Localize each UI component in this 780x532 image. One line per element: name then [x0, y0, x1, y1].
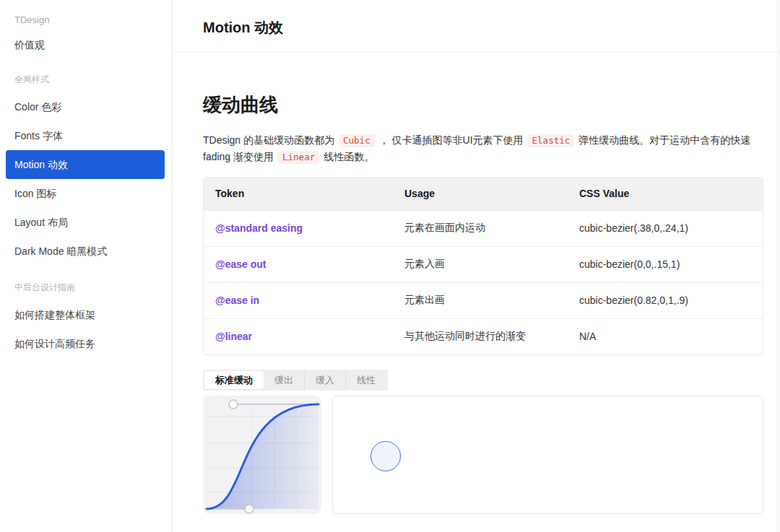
table-row: @linear 与其他运动同时进行的渐变 N/A [204, 318, 763, 354]
css-value-cell: cubic-bezier(0,0,.15,1) [568, 246, 763, 282]
table-row: @ease in 元素出画 cubic-bezier(0.82,0,1,.9) [204, 282, 763, 318]
demo-ball [370, 441, 401, 471]
page-header: Motion 动效 [173, 0, 780, 53]
usage-cell: 元素在画面内运动 [393, 210, 568, 246]
demo-panel [332, 396, 763, 514]
sidebar-group-label-admin-guide: 中后台设计指南 [0, 274, 172, 300]
inline-code-elastic: Elastic [528, 134, 575, 147]
inline-code-linear: Linear [278, 151, 319, 164]
sidebar-item-dark-mode[interactable]: Dark Mode 暗黑模式 [0, 237, 172, 266]
bezier-curve-panel [203, 396, 321, 514]
token-link[interactable]: @standard easing [204, 210, 393, 246]
tab-ease-in[interactable]: 缓入 [304, 371, 345, 389]
bezier-curve-svg [203, 396, 321, 514]
tab-linear[interactable]: 线性 [345, 371, 386, 389]
table-row: @standard easing 元素在画面内运动 cubic-bezier(.… [204, 210, 763, 246]
main-area: Motion 动效 缓动曲线 TDesign 的基础缓动函数都为Cubic， 仅… [173, 0, 780, 532]
sidebar-item-values[interactable]: 价值观 [0, 30, 172, 59]
usage-cell: 与其他运动同时进行的渐变 [393, 318, 568, 354]
sidebar-item-icon[interactable]: Icon 图标 [0, 179, 172, 208]
token-link[interactable]: @linear [204, 318, 393, 354]
curve-handle-end[interactable] [229, 400, 238, 409]
css-value-cell: cubic-bezier(0.82,0,1,.9) [568, 282, 763, 318]
app-window: TDesign 价值观 全局样式 Color 色彩 Fonts 字体 Motio… [0, 0, 780, 532]
usage-cell: 元素出画 [393, 282, 568, 318]
tab-ease-out[interactable]: 缓出 [264, 371, 304, 389]
column-header-usage: Usage [393, 178, 568, 210]
sidebar-item-motion[interactable]: Motion 动效 [6, 150, 165, 179]
css-value-cell: cubic-bezier(.38,0,.24,1) [568, 210, 763, 246]
preview-panels [203, 396, 763, 514]
scrollbar-track-edge [778, 0, 779, 532]
usage-cell: 元素入画 [393, 246, 568, 282]
tab-standard-easing[interactable]: 标准缓动 [204, 371, 264, 389]
column-header-token: Token [204, 178, 393, 210]
column-header-css-value: CSS Value [568, 178, 763, 210]
token-link[interactable]: @ease in [204, 282, 393, 318]
sidebar-item-tasks[interactable]: 如何设计高频任务 [0, 329, 172, 358]
inline-code-cubic: Cubic [339, 134, 375, 147]
easing-tabs: 标准缓动 缓出 缓入 线性 [203, 370, 388, 391]
sidebar-item-layout[interactable]: Layout 布局 [0, 208, 172, 237]
css-value-cell: N/A [568, 318, 763, 354]
sidebar-item-framework[interactable]: 如何搭建整体框架 [0, 300, 172, 329]
sidebar-item-fonts[interactable]: Fonts 字体 [0, 121, 172, 150]
sidebar-item-color[interactable]: Color 色彩 [0, 92, 172, 121]
intro-text: TDesign 的基础缓动函数都为 [203, 134, 334, 146]
sidebar-group-label-global-styles: 全局样式 [0, 66, 172, 92]
easing-table: Token Usage CSS Value @standard easing 元… [203, 177, 763, 355]
section-title: 缓动曲线 [203, 92, 763, 118]
intro-paragraph: TDesign 的基础缓动函数都为Cubic， 仅卡通插图等非UI元素下使用El… [203, 132, 763, 165]
table-row: @ease out 元素入画 cubic-bezier(0,0,.15,1) [204, 246, 763, 282]
brand-label: TDesign [0, 13, 172, 27]
page-content: 缓动曲线 TDesign 的基础缓动函数都为Cubic， 仅卡通插图等非UI元素… [173, 53, 780, 514]
curve-handle-start[interactable] [245, 505, 254, 513]
token-link[interactable]: @ease out [204, 246, 393, 282]
table-header-row: Token Usage CSS Value [204, 178, 763, 210]
page-title: Motion 动效 [203, 17, 780, 38]
intro-text: ， 仅卡通插图等非UI元素下使用 [379, 134, 524, 146]
intro-text: 线性函数。 [324, 151, 374, 162]
sidebar: TDesign 价值观 全局样式 Color 色彩 Fonts 字体 Motio… [0, 0, 173, 532]
